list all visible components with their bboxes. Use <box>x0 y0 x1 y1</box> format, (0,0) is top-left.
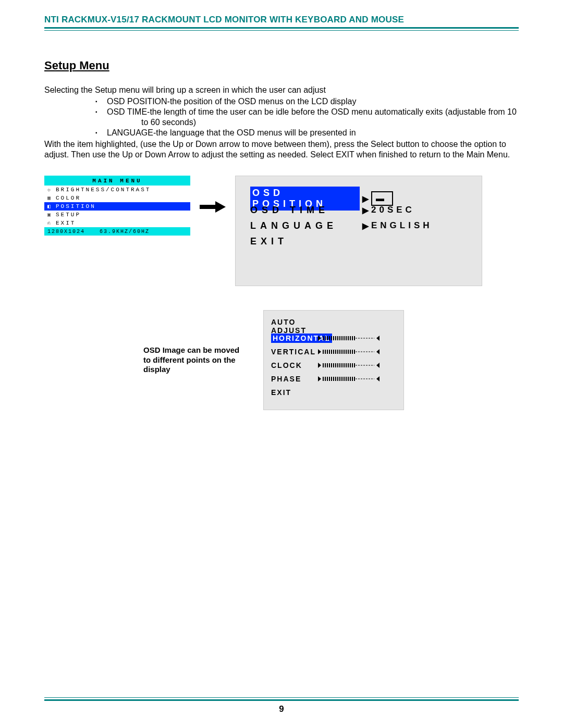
osd-row: LANGUAGE ▶ ENGLISH <box>250 218 468 233</box>
page-number: 9 <box>44 704 519 714</box>
bullet-list: OSD POSITION-the position of the OSD men… <box>44 96 519 117</box>
arrow-right-icon <box>200 201 226 215</box>
osd-row: EXIT <box>250 233 468 249</box>
position-indicator-icon: ▬ <box>371 191 393 206</box>
osd-row: OSD TIME ▶ 20SEC <box>250 202 468 218</box>
setup-icon: ▣ <box>44 211 54 218</box>
pos-row-selected: HORIZONTAL <box>271 331 396 345</box>
main-menu-label: SETUP <box>54 212 81 218</box>
instruction-paragraph: With the item highlighted, (use the Up o… <box>44 139 519 160</box>
slider-icon <box>318 362 396 369</box>
osd-label: EXIT <box>250 236 360 247</box>
main-menu-label: COLOR <box>54 195 81 201</box>
footer-rule-thin <box>44 697 519 698</box>
footer-rule-thick <box>44 699 519 701</box>
play-icon: ▶ <box>360 205 371 215</box>
pos-row: EXIT <box>271 386 396 399</box>
pos-row: AUTO ADJUST <box>271 318 396 331</box>
osd-label: OSD TIME <box>250 205 360 216</box>
pos-label: AUTO ADJUST <box>271 318 318 335</box>
position-icon: ◧ <box>44 203 54 210</box>
lead-paragraph: Selecting the Setup menu will bring up a… <box>44 85 519 95</box>
exit-icon: ⎌ <box>44 219 54 227</box>
color-icon: ▦ <box>44 194 54 202</box>
main-menu-item: ▣ SETUP <box>44 211 190 219</box>
brightness-icon: ☼ <box>44 186 54 193</box>
position-panel-figure: AUTO ADJUST HORIZONTAL VERTICAL <box>263 310 404 410</box>
slider-icon <box>318 348 396 355</box>
section-heading: Setup Menu <box>44 59 519 72</box>
play-icon: ▶ <box>360 194 371 204</box>
pos-row: PHASE <box>271 372 396 386</box>
main-menu-label: POSITION <box>54 203 96 209</box>
slider-icon <box>318 335 396 342</box>
osd-label: LANGUAGE <box>250 220 360 231</box>
play-icon: ▶ <box>360 221 371 231</box>
pos-label: VERTICAL <box>271 348 318 356</box>
pos-row: VERTICAL <box>271 345 396 359</box>
main-menu-label: EXIT <box>54 220 76 226</box>
osd-row-selected: OSD POSITION ▶ ▬ <box>250 187 468 202</box>
pos-row: CLOCK <box>271 359 396 372</box>
pos-label: CLOCK <box>271 361 318 369</box>
main-menu-title: MAIN MENU <box>44 176 190 186</box>
header-rule-thick <box>44 27 519 29</box>
refresh-text: 63.9KHZ/60HZ <box>100 229 150 235</box>
osd-value: 20SEC <box>371 205 468 215</box>
resolution-text: 1280X1024 <box>47 229 85 235</box>
pos-label: PHASE <box>271 375 318 383</box>
osd-setup-figure: OSD POSITION ▶ ▬ OSD TIME ▶ 20SEC LANGUA… <box>235 176 482 286</box>
main-menu-label: BRIGHTNESS/CONTRAST <box>54 187 151 193</box>
bullet-list: LANGUAGE-the language that the OSD menus… <box>44 128 519 138</box>
osd-value: ENGLISH <box>371 220 468 231</box>
bullet-item: LANGUAGE-the language that the OSD menus… <box>44 128 519 138</box>
header-rule-thin <box>44 30 519 31</box>
bullet-item: OSD TIME-the length of time the user can… <box>44 107 519 117</box>
bullet-item: OSD POSITION-the position of the OSD men… <box>44 96 519 107</box>
document-header: NTI RACKMUX-V15/17 RACKMOUNT LCD MONITOR… <box>44 15 519 25</box>
main-menu-item: ▦ COLOR <box>44 194 190 202</box>
main-menu-figure: MAIN MENU ☼ BRIGHTNESS/CONTRAST ▦ COLOR … <box>44 176 190 236</box>
main-menu-status: 1280X1024 63.9KHZ/60HZ <box>44 227 190 236</box>
bullet-continuation: to 60 seconds) <box>44 117 519 128</box>
main-menu-item-selected: ◧ POSITION <box>44 202 190 211</box>
main-menu-item: ☼ BRIGHTNESS/CONTRAST <box>44 186 190 194</box>
main-menu-item: ⎌ EXIT <box>44 219 190 227</box>
figure-caption: OSD Image can be moved to different poin… <box>143 346 248 375</box>
pos-label: EXIT <box>271 388 318 397</box>
slider-icon <box>318 375 396 382</box>
